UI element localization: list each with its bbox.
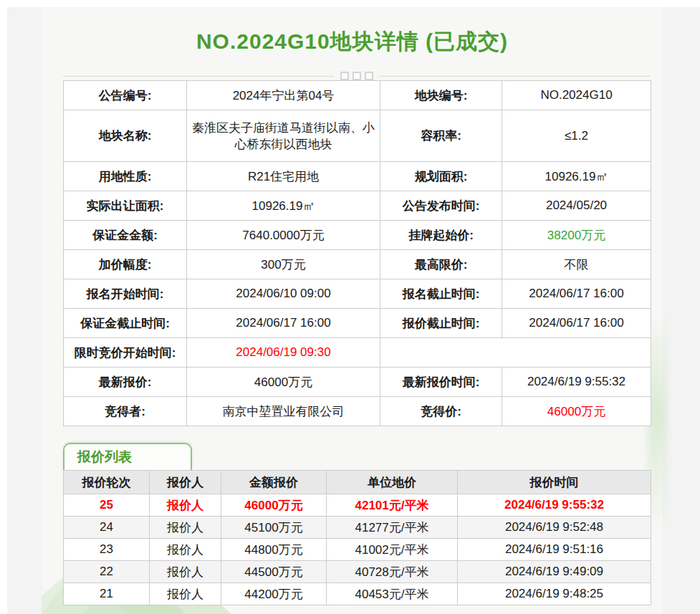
bid-col-header: 金额报价 (221, 471, 327, 494)
detail-label: 用地性质: (64, 162, 187, 191)
table-row: 限时竞价开始时间: 2024/06/19 09:30 (64, 338, 651, 368)
detail-label: 容积率: (380, 110, 502, 162)
detail-value: 2024/06/17 16:00 (502, 279, 651, 309)
square-icon (340, 72, 349, 80)
detail-label: 地块名称: (64, 110, 187, 162)
table-row: 用地性质: R21住宅用地 规划面积: 10926.19㎡ (64, 162, 651, 191)
detail-value: 2024/06/17 16:00 (187, 309, 380, 338)
divider-line (379, 76, 651, 77)
table-row: 公告编号: 2024年宁出第04号 地块编号: NO.2024G10 (64, 81, 651, 110)
bid-unit-price: 41277元/平米 (327, 517, 458, 539)
detail-value-winner: 南京中堃置业有限公司 (187, 397, 380, 426)
empty-cell (380, 338, 651, 368)
detail-label: 加价幅度: (64, 250, 187, 279)
bid-col-header: 单位地价 (327, 471, 458, 494)
detail-value: 2024/06/17 16:00 (502, 309, 651, 338)
bid-round: 21 (64, 583, 150, 605)
bid-amount: 45100万元 (221, 517, 327, 539)
detail-value: 不限 (502, 250, 651, 279)
detail-value: 2024年宁出第04号 (187, 81, 380, 110)
detail-label: 报名开始时间: (64, 279, 187, 309)
bid-amount: 44200万元 (221, 583, 327, 605)
divider-squares (335, 72, 379, 80)
bid-table-header-row: 报价轮次 报价人 金额报价 单位地价 报价时间 (64, 471, 651, 494)
detail-value: ≤1.2 (502, 110, 651, 162)
square-icon (353, 72, 361, 80)
table-row: 保证金截止时间: 2024/06/17 16:00 报价截止时间: 2024/0… (64, 309, 651, 338)
detail-label: 地块编号: (380, 81, 502, 110)
bid-round: 22 (64, 561, 150, 583)
parcel-detail-table: 公告编号: 2024年宁出第04号 地块编号: NO.2024G10 地块名称:… (63, 80, 651, 426)
bid-bidder: 报价人 (150, 539, 221, 561)
bid-bidder: 报价人 (150, 561, 221, 583)
bid-col-header: 报价轮次 (64, 471, 150, 494)
bid-unit-price: 40728元/平米 (327, 561, 458, 583)
bid-unit-price: 42101元/平米 (327, 494, 458, 517)
detail-label: 报价截止时间: (380, 309, 502, 338)
detail-label: 报名截止时间: (380, 279, 502, 309)
bid-amount: 44800万元 (221, 539, 327, 561)
table-row: 地块名称: 秦淮区夫子庙街道马道街以南、小心桥东街以西地块 容积率: ≤1.2 (64, 110, 651, 162)
detail-label: 保证金金额: (64, 221, 187, 250)
divider-line (63, 76, 335, 77)
square-icon (365, 72, 373, 80)
detail-value: 7640.0000万元 (187, 221, 380, 250)
bid-bidder: 报价人 (150, 517, 221, 539)
bid-round: 24 (64, 517, 150, 539)
bid-time: 2024/6/19 9:55:32 (458, 494, 651, 517)
detail-value: 10926.19㎡ (187, 191, 380, 221)
table-row: 竞得者: 南京中堃置业有限公司 竞得价: 46000万元 (64, 397, 651, 426)
detail-value: 2024/6/19 9:55:32 (502, 368, 651, 397)
bid-row: 24 报价人 45100万元 41277元/平米 2024/6/19 9:52:… (64, 517, 651, 539)
detail-value-start-price: 38200万元 (502, 221, 651, 250)
bid-list-table: 报价轮次 报价人 金额报价 单位地价 报价时间 25 报价人 46000万元 4… (63, 470, 651, 605)
bid-col-header: 报价时间 (458, 471, 651, 494)
bid-col-header: 报价人 (150, 471, 221, 494)
bid-time: 2024/6/19 9:52:48 (458, 517, 651, 539)
detail-label: 实际出让面积: (64, 191, 187, 221)
detail-value: 46000万元 (187, 368, 380, 397)
detail-value: R21住宅用地 (187, 162, 380, 191)
table-row: 报名开始时间: 2024/06/10 09:00 报名截止时间: 2024/06… (64, 279, 651, 309)
page-title: NO.2024G10地块详情 (已成交) (42, 27, 663, 57)
content-panel: NO.2024G10地块详情 (已成交) 公告编号: 2024年宁出第04号 地… (42, 7, 663, 614)
detail-value-auction-start: 2024/06/19 09:30 (187, 338, 380, 368)
bid-amount: 46000万元 (221, 494, 327, 517)
table-row: 加价幅度: 300万元 最高限价: 不限 (64, 250, 651, 279)
detail-value: 秦淮区夫子庙街道马道街以南、小心桥东街以西地块 (187, 110, 380, 162)
detail-label: 最高限价: (380, 250, 502, 279)
bid-round: 25 (64, 494, 150, 517)
detail-label: 限时竞价开始时间: (64, 338, 187, 368)
bid-row: 23 报价人 44800万元 41002元/平米 2024/6/19 9:51:… (64, 539, 651, 561)
detail-label: 保证金截止时间: (64, 309, 187, 338)
bid-row: 21 报价人 44200万元 40453元/平米 2024/6/19 9:48:… (64, 583, 651, 605)
detail-value: 2024/06/10 09:00 (187, 279, 380, 309)
detail-label: 最新报价: (64, 368, 187, 397)
tab-bid-list[interactable]: 报价列表 (63, 443, 192, 470)
bid-time: 2024/6/19 9:48:25 (458, 583, 651, 605)
detail-label: 挂牌起始价: (380, 221, 502, 250)
detail-label: 竞得价: (380, 397, 502, 426)
detail-label: 竞得者: (64, 397, 187, 426)
bid-row: 22 报价人 44500万元 40728元/平米 2024/6/19 9:49:… (64, 561, 651, 583)
detail-label: 公告发布时间: (380, 191, 502, 221)
table-row: 最新报价: 46000万元 最新报价时间: 2024/6/19 9:55:32 (64, 368, 651, 397)
bid-unit-price: 40453元/平米 (327, 583, 458, 605)
table-row: 实际出让面积: 10926.19㎡ 公告发布时间: 2024/05/20 (64, 191, 651, 221)
bid-bidder: 报价人 (150, 583, 221, 605)
bid-round: 23 (64, 539, 150, 561)
detail-value: 2024/05/20 (502, 191, 651, 221)
detail-value: 300万元 (187, 250, 380, 279)
bid-amount: 44500万元 (221, 561, 327, 583)
bid-bidder: 报价人 (150, 494, 221, 517)
detail-value: 10926.19㎡ (502, 162, 651, 191)
detail-value: NO.2024G10 (502, 81, 651, 110)
detail-value-winning-price: 46000万元 (502, 397, 651, 426)
detail-label: 最新报价时间: (380, 368, 502, 397)
bid-row-latest: 25 报价人 46000万元 42101元/平米 2024/6/19 9:55:… (64, 494, 651, 517)
page: NO.2024G10地块详情 (已成交) 公告编号: 2024年宁出第04号 地… (0, 0, 700, 614)
table-row: 保证金金额: 7640.0000万元 挂牌起始价: 38200万元 (64, 221, 651, 250)
bid-unit-price: 41002元/平米 (327, 539, 458, 561)
bid-time: 2024/6/19 9:51:16 (458, 539, 651, 561)
detail-label: 规划面积: (380, 162, 502, 191)
